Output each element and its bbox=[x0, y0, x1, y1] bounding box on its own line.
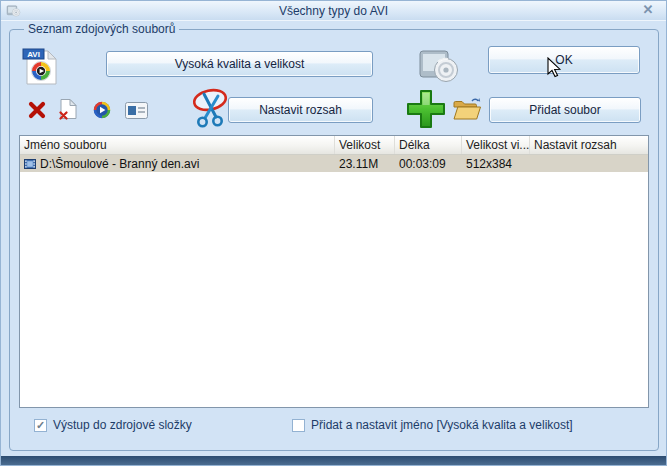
file-video-size: 512x384 bbox=[462, 157, 530, 171]
file-list: Jméno souboru Velikost Délka Velikost vi… bbox=[19, 135, 649, 408]
open-folder-icon[interactable] bbox=[452, 95, 482, 127]
add-plus-icon[interactable] bbox=[404, 87, 448, 133]
add-set-name-label: Přidat a nastavit jméno [Vysoká kvalita … bbox=[311, 418, 573, 432]
set-range-label: Nastavit rozsah bbox=[259, 103, 342, 117]
column-header-range[interactable]: Nastavit rozsah bbox=[530, 136, 648, 154]
set-range-button[interactable]: Nastavit rozsah bbox=[228, 97, 373, 123]
properties-panel-icon[interactable] bbox=[125, 102, 148, 123]
ok-label: OK bbox=[555, 53, 572, 67]
title-bar: Všechny typy do AVI ✕ bbox=[1, 1, 666, 21]
file-list-header: Jméno souboru Velikost Délka Velikost vi… bbox=[20, 136, 648, 155]
checkbox-unchecked[interactable] bbox=[292, 419, 305, 432]
dialog-window: Všechny typy do AVI ✕ Seznam zdojových s… bbox=[0, 0, 667, 466]
add-set-name-checkbox[interactable]: Přidat a nastavit jméno [Vysoká kvalita … bbox=[292, 418, 573, 432]
output-source-folder-label: Výstup do zdrojové složky bbox=[53, 418, 192, 432]
file-name: D:\Šmoulové - Branný den.avi bbox=[40, 157, 199, 171]
convert-video-icon bbox=[417, 43, 463, 93]
add-file-button[interactable]: Přidat soubor bbox=[489, 97, 641, 123]
column-header-size[interactable]: Velikost bbox=[335, 136, 395, 154]
file-size: 23.11M bbox=[335, 157, 395, 171]
preview-play-icon[interactable] bbox=[92, 100, 112, 124]
avi-badge-text: AVI bbox=[27, 50, 40, 59]
close-icon[interactable]: ✕ bbox=[641, 3, 655, 17]
video-file-icon bbox=[24, 158, 36, 170]
column-header-video-size[interactable]: Velikost vi... bbox=[462, 136, 530, 154]
scissors-icon[interactable] bbox=[189, 87, 233, 135]
window-bottom-frame bbox=[1, 456, 666, 465]
avi-file-icon: AVI bbox=[20, 46, 62, 92]
checkbox-checked[interactable]: ✓ bbox=[34, 419, 47, 432]
window-title: Všechny typy do AVI bbox=[1, 4, 666, 18]
column-header-filename[interactable]: Jméno souboru bbox=[20, 136, 335, 154]
add-file-label: Přidat soubor bbox=[529, 103, 600, 117]
quality-preset-button[interactable]: Vysoká kvalita a velikost bbox=[106, 51, 373, 77]
output-source-folder-checkbox[interactable]: ✓ Výstup do zdrojové složky bbox=[34, 418, 192, 432]
table-row[interactable]: D:\Šmoulové - Branný den.avi 23.11M 00:0… bbox=[20, 155, 648, 172]
file-length: 00:03:09 bbox=[395, 157, 462, 171]
remove-icon[interactable] bbox=[27, 100, 47, 124]
column-header-length[interactable]: Délka bbox=[395, 136, 462, 154]
groupbox-label: Seznam zdojových souborů bbox=[24, 22, 179, 36]
ok-button[interactable]: OK bbox=[488, 46, 640, 74]
quality-preset-label: Vysoká kvalita a velikost bbox=[175, 57, 305, 71]
delete-file-icon[interactable] bbox=[58, 98, 78, 124]
